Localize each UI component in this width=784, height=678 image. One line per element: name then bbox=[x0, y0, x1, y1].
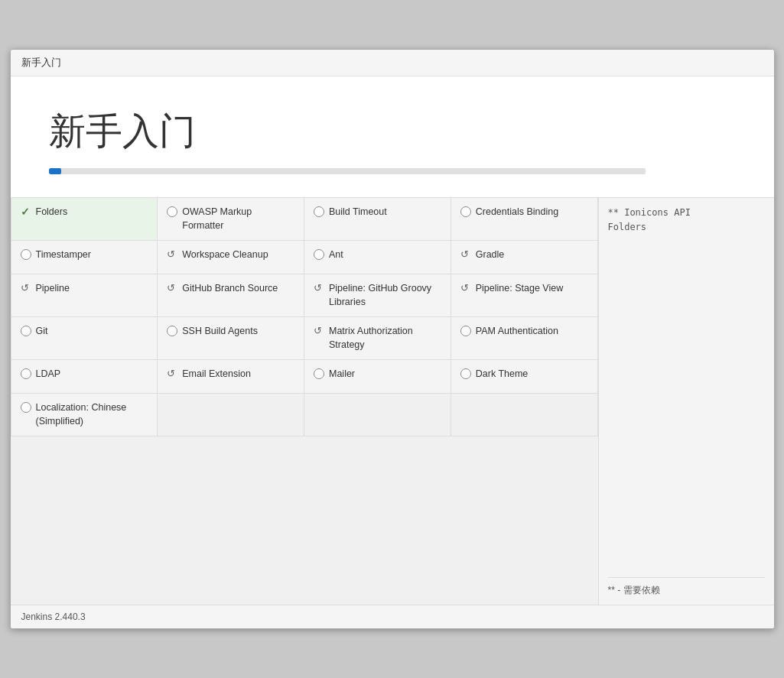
radio-icon bbox=[314, 249, 324, 260]
plugin-git-label: Git bbox=[36, 325, 48, 339]
plugin-workspace-cleanup-label: Workspace Cleanup bbox=[182, 248, 268, 262]
plugin-git[interactable]: Git bbox=[11, 317, 158, 360]
footer-bar: Jenkins 2.440.3 bbox=[11, 605, 774, 628]
plugin-folders[interactable]: ✓ Folders bbox=[11, 198, 158, 241]
plugin-dark-theme-label: Dark Theme bbox=[476, 368, 529, 381]
plugin-github-branch-source-label: GitHub Branch Source bbox=[182, 282, 278, 296]
plugin-timestamper[interactable]: Timestamper bbox=[11, 241, 158, 274]
plugin-mailer[interactable]: Mailer bbox=[304, 360, 451, 394]
plugin-owasp-label: OWASP Markup Formatter bbox=[182, 206, 294, 232]
plugin-dark-theme[interactable]: Dark Theme bbox=[451, 360, 598, 394]
plugins-area: ✓ Folders OWASP Markup Formatter Build T… bbox=[11, 198, 598, 605]
plugin-matrix-auth[interactable]: ↺ Matrix Authorization Strategy bbox=[304, 317, 451, 360]
hero-section: 新手入门 bbox=[11, 76, 774, 197]
sidebar-footer-note: ** - 需要依赖 bbox=[608, 577, 765, 597]
plugin-folders-label: Folders bbox=[36, 206, 68, 219]
reload-icon: ↺ bbox=[314, 325, 324, 336]
plugin-email-extension-label: Email Extension bbox=[182, 368, 251, 381]
empty-lower-area bbox=[11, 436, 598, 605]
radio-icon bbox=[21, 402, 31, 413]
radio-icon bbox=[167, 206, 177, 217]
plugin-pipeline-stage-view[interactable]: ↺ Pipeline: Stage View bbox=[451, 274, 598, 317]
plugin-ssh-build-agents-label: SSH Build Agents bbox=[182, 325, 258, 339]
radio-icon bbox=[167, 326, 177, 336]
plugin-pam-auth[interactable]: PAM Authentication bbox=[451, 317, 598, 360]
plugin-credentials-binding-label: Credentials Binding bbox=[476, 206, 558, 219]
check-icon: ✓ bbox=[21, 206, 31, 218]
plugin-credentials-binding[interactable]: Credentials Binding bbox=[451, 198, 598, 241]
plugin-ssh-build-agents[interactable]: SSH Build Agents bbox=[158, 317, 304, 360]
plugin-workspace-cleanup[interactable]: ↺ Workspace Cleanup bbox=[158, 241, 304, 274]
sidebar-footer-text: ** - 需要依赖 bbox=[608, 585, 660, 595]
plugin-pam-auth-label: PAM Authentication bbox=[476, 325, 558, 339]
plugin-github-branch-source[interactable]: ↺ GitHub Branch Source bbox=[158, 274, 304, 317]
progress-bar-container bbox=[49, 168, 646, 174]
radio-icon bbox=[21, 368, 31, 379]
reload-icon: ↺ bbox=[167, 282, 177, 294]
plugin-pipeline-github-groovy[interactable]: ↺ Pipeline: GitHub Groovy Libraries bbox=[304, 274, 451, 317]
plugin-localization-chinese[interactable]: Localization: Chinese (Simplified) bbox=[11, 394, 158, 436]
sidebar-note-line2: Folders bbox=[608, 220, 765, 235]
sidebar: ** Ionicons API Folders ** - 需要依赖 bbox=[598, 198, 774, 605]
empty-cell-1 bbox=[158, 394, 304, 436]
plugin-ant-label: Ant bbox=[329, 248, 343, 262]
plugin-ldap-label: LDAP bbox=[36, 368, 61, 381]
plugin-pipeline-github-groovy-label: Pipeline: GitHub Groovy Libraries bbox=[329, 282, 441, 309]
jenkins-version: Jenkins 2.440.3 bbox=[21, 611, 86, 622]
plugin-mailer-label: Mailer bbox=[329, 368, 355, 381]
progress-bar-fill bbox=[49, 168, 61, 174]
reload-icon: ↺ bbox=[167, 248, 177, 260]
reload-icon: ↺ bbox=[460, 282, 471, 294]
plugin-localization-chinese-label: Localization: Chinese (Simplified) bbox=[36, 401, 148, 428]
empty-cell-2 bbox=[304, 394, 451, 436]
reload-icon: ↺ bbox=[460, 248, 471, 260]
radio-icon bbox=[21, 326, 31, 336]
plugin-ldap[interactable]: LDAP bbox=[11, 360, 158, 394]
plugin-timestamper-label: Timestamper bbox=[36, 248, 91, 262]
plugin-gradle[interactable]: ↺ Gradle bbox=[451, 241, 598, 274]
plugin-matrix-auth-label: Matrix Authorization Strategy bbox=[329, 325, 441, 352]
main-window: 新手入门 新手入门 ✓ Folders OWASP Markup Formatt… bbox=[10, 49, 775, 629]
plugin-owasp[interactable]: OWASP Markup Formatter bbox=[158, 198, 304, 241]
radio-icon bbox=[460, 368, 471, 379]
plugin-gradle-label: Gradle bbox=[476, 248, 505, 262]
plugin-email-extension[interactable]: ↺ Email Extension bbox=[158, 360, 304, 394]
reload-icon: ↺ bbox=[21, 282, 31, 294]
hero-title: 新手入门 bbox=[49, 107, 736, 156]
title-bar: 新手入门 bbox=[11, 50, 774, 76]
radio-icon bbox=[21, 249, 31, 260]
reload-icon: ↺ bbox=[314, 282, 324, 294]
sidebar-top-note: ** Ionicons API Folders bbox=[608, 206, 765, 235]
sidebar-note-line1: ** Ionicons API bbox=[608, 206, 765, 220]
plugin-build-timeout[interactable]: Build Timeout bbox=[304, 198, 451, 241]
radio-icon bbox=[314, 368, 324, 379]
radio-icon bbox=[460, 326, 471, 336]
radio-icon bbox=[460, 206, 471, 217]
plugin-build-timeout-label: Build Timeout bbox=[329, 206, 387, 219]
plugins-grid: ✓ Folders OWASP Markup Formatter Build T… bbox=[11, 198, 598, 436]
plugin-pipeline-stage-view-label: Pipeline: Stage View bbox=[476, 282, 563, 296]
plugin-pipeline-label: Pipeline bbox=[36, 282, 70, 296]
main-content: ✓ Folders OWASP Markup Formatter Build T… bbox=[11, 197, 774, 605]
window-title: 新手入门 bbox=[21, 57, 61, 68]
plugin-ant[interactable]: Ant bbox=[304, 241, 451, 274]
radio-icon bbox=[314, 206, 324, 217]
empty-cell-3 bbox=[451, 394, 598, 436]
reload-icon: ↺ bbox=[167, 368, 177, 379]
plugin-pipeline[interactable]: ↺ Pipeline bbox=[11, 274, 158, 317]
